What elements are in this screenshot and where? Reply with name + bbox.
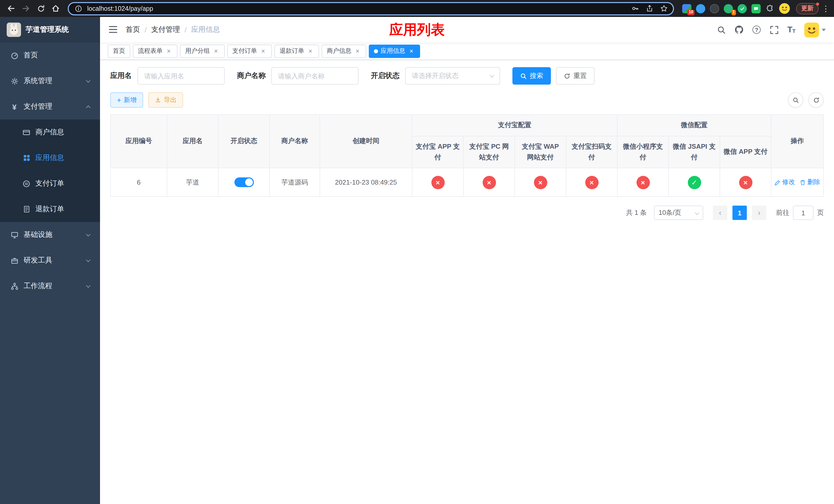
close-icon[interactable]: × — [307, 47, 314, 54]
extension-icon-3[interactable] — [710, 4, 719, 13]
workflow-icon — [10, 282, 19, 290]
password-key-icon[interactable] — [631, 5, 639, 12]
export-button[interactable]: 导出 — [148, 92, 183, 108]
font-size-icon[interactable]: TT — [787, 26, 795, 34]
breadcrumb-payment[interactable]: 支付管理 — [151, 25, 180, 35]
breadcrumb-home[interactable]: 首页 — [126, 25, 140, 35]
toggle-search-button[interactable] — [788, 92, 803, 108]
extension-icon-2[interactable] — [696, 4, 705, 13]
close-icon[interactable]: × — [408, 47, 415, 54]
merchant-name-input[interactable] — [271, 67, 358, 85]
browser-update-button[interactable]: 更新 — [796, 3, 819, 14]
app-table: 应用编号 应用名 开启状态 商户名称 创建时间 支付宝配置 微信配置 操作 支付… — [110, 114, 824, 197]
forward-icon[interactable] — [19, 2, 33, 15]
tab-pay-order[interactable]: 支付订单 × — [227, 44, 272, 58]
status-success-icon: ✓ — [687, 176, 701, 189]
extension-icon-4[interactable]: 1 — [724, 4, 733, 13]
close-icon[interactable]: × — [260, 47, 267, 54]
trash-icon — [799, 179, 806, 185]
reload-icon[interactable] — [34, 2, 48, 15]
refresh-button[interactable] — [808, 92, 824, 108]
merchant-name-label: 商户名称 — [237, 71, 266, 81]
extension-icon-1[interactable]: 10 — [682, 4, 692, 13]
search-form: 应用名 商户名称 开启状态 请选择开启状态 搜索 — [110, 67, 824, 85]
col-created: 创建时间 — [320, 115, 412, 168]
close-icon[interactable]: × — [165, 47, 172, 54]
page-size-select[interactable]: 10条/页 — [654, 206, 703, 220]
close-icon[interactable]: × — [354, 47, 361, 54]
close-icon[interactable]: × — [212, 47, 220, 54]
site-info-icon[interactable] — [74, 4, 83, 13]
app-name-input[interactable] — [137, 67, 225, 85]
delete-button[interactable]: 删除 — [799, 178, 820, 187]
tab-home[interactable]: 首页 — [108, 44, 130, 58]
chevron-down-icon — [822, 29, 826, 33]
sidebar-item-infrastructure[interactable]: 基础设施 — [0, 222, 100, 248]
sidebar-item-payment[interactable]: ¥ 支付管理 — [0, 94, 100, 119]
tab-user-group[interactable]: 用户分组 × — [180, 44, 225, 58]
extension-chat-icon[interactable] — [751, 4, 761, 13]
sidebar-item-app-info[interactable]: 应用信息 — [0, 145, 100, 171]
url-text[interactable]: localhost:1024/pay/app — [87, 5, 631, 12]
main-area: 首页 / 支付管理 / 应用信息 应用列表 ? TT — [100, 17, 834, 504]
tab-refund-order[interactable]: 退款订单 × — [275, 44, 319, 58]
sidebar-item-refund-order[interactable]: 退款订单 — [0, 197, 100, 222]
dashboard-icon — [10, 51, 19, 60]
extensions-puzzle-icon[interactable] — [765, 4, 774, 13]
sidebar-item-system[interactable]: 系统管理 — [0, 68, 100, 94]
home-icon[interactable] — [49, 2, 63, 15]
app-logo[interactable]: 芋道管理系统 — [0, 17, 100, 43]
cell-app-name: 芋道 — [167, 168, 218, 197]
tab-label: 应用信息 — [380, 47, 405, 55]
delete-button-label: 删除 — [807, 178, 820, 187]
font-size-large: T — [787, 26, 792, 34]
browser-profile-avatar[interactable] — [779, 3, 790, 14]
col-app-name: 应用名 — [167, 115, 218, 168]
status-fail-icon: × — [534, 176, 547, 189]
extension-check-icon[interactable] — [738, 4, 747, 13]
tab-process-form[interactable]: 流程表单 × — [133, 44, 177, 58]
sidebar-item-dev-tools[interactable]: 研发工具 — [0, 248, 100, 273]
sidebar-item-workflow[interactable]: 工作流程 — [0, 273, 100, 299]
address-bar[interactable]: localhost:1024/pay/app — [68, 2, 674, 15]
add-button[interactable]: + 新增 — [110, 92, 143, 108]
col-group-alipay: 支付宝配置 — [412, 115, 617, 136]
chevron-down-icon — [86, 78, 90, 83]
user-menu[interactable] — [804, 22, 826, 37]
status-select[interactable]: 请选择开启状态 — [405, 67, 500, 85]
prev-page-button[interactable]: ‹ — [713, 206, 727, 220]
sidebar-item-label: 退款订单 — [36, 205, 64, 214]
sidebar-item-merchant-info[interactable]: 商户信息 — [0, 119, 100, 145]
search-icon[interactable] — [717, 25, 726, 35]
sidebar-item-pay-order[interactable]: 支付订单 — [0, 171, 100, 197]
github-icon[interactable] — [734, 25, 744, 35]
bookmark-star-icon[interactable] — [660, 5, 668, 12]
col-wechat-app: 微信 APP 支付 — [720, 136, 771, 168]
share-icon[interactable] — [646, 5, 654, 12]
tab-app-info[interactable]: 应用信息 × — [369, 44, 420, 58]
browser-menu-icon[interactable]: ⋮ — [822, 4, 830, 13]
page-1-button[interactable]: 1 — [732, 206, 747, 220]
status-toggle[interactable] — [234, 177, 254, 187]
tab-label: 支付订单 — [232, 47, 257, 55]
tab-label: 商户信息 — [327, 47, 351, 55]
tab-merchant-info[interactable]: 商户信息 × — [322, 44, 366, 58]
col-wechat-mini: 微信小程序支付 — [617, 136, 668, 168]
reset-button[interactable]: 重置 — [556, 67, 594, 85]
help-icon[interactable]: ? — [752, 26, 761, 34]
sidebar-toggle-icon[interactable] — [108, 25, 118, 35]
sidebar-payment-submenu: 商户信息 应用信息 支付订单 退款订单 — [0, 119, 100, 222]
search-button[interactable]: 搜索 — [512, 67, 551, 85]
sidebar-item-home[interactable]: 首页 — [0, 43, 100, 68]
plus-icon: + — [117, 96, 121, 104]
page-size-value: 10条/页 — [659, 208, 681, 217]
goto-page-input[interactable] — [793, 206, 813, 220]
next-page-button[interactable]: › — [752, 206, 766, 220]
col-alipay-qr: 支付宝扫码支付 — [566, 136, 617, 168]
sidebar-item-label: 基础设施 — [24, 230, 52, 239]
fullscreen-icon[interactable] — [769, 25, 778, 35]
chevron-down-icon — [490, 73, 494, 78]
browser-update-label: 更新 — [801, 4, 813, 13]
back-icon[interactable] — [4, 2, 18, 15]
edit-button[interactable]: 修改 — [774, 178, 795, 187]
